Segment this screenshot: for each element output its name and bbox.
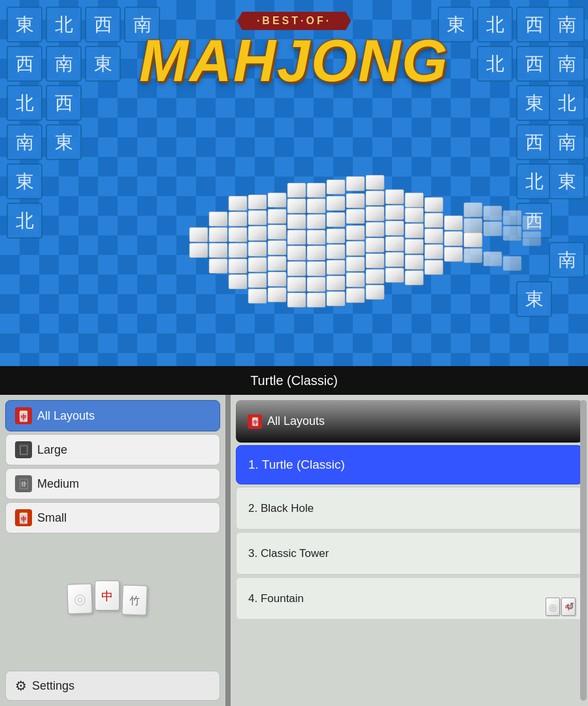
svg-rect-74	[307, 277, 325, 292]
svg-rect-57	[444, 247, 463, 261]
svg-rect-12	[366, 191, 384, 205]
header-icon: 🀄	[248, 414, 262, 429]
settings-label: Settings	[32, 679, 74, 693]
svg-rect-32	[248, 226, 267, 241]
svg-rect-67	[385, 252, 404, 267]
svg-rect-90	[523, 216, 541, 230]
layouts-list: 🀄 All Layouts 1. Turtle (Classic) 2. Bla…	[231, 395, 588, 706]
svg-rect-24	[366, 207, 384, 221]
bg-tile: 南	[549, 46, 585, 82]
bg-tile: 西	[85, 7, 121, 42]
svg-rect-28	[444, 216, 463, 230]
sidebar-item-all-layouts[interactable]: 🀄 All Layouts	[5, 400, 220, 431]
svg-rect-6	[248, 195, 267, 209]
medium-label: Medium	[37, 477, 79, 491]
svg-rect-22	[327, 212, 345, 227]
svg-rect-65	[346, 257, 365, 271]
svg-rect-9	[307, 199, 325, 213]
bg-tile: 南	[549, 7, 585, 42]
svg-rect-43	[464, 233, 482, 247]
svg-rect-19	[268, 209, 286, 224]
settings-gear-icon: ⚙	[15, 678, 27, 694]
svg-rect-55	[405, 239, 423, 254]
layout-3-label: 3. Classic Tower	[248, 547, 329, 560]
svg-rect-54	[385, 237, 404, 251]
svg-rect-33	[268, 225, 286, 239]
svg-rect-63	[307, 261, 325, 276]
sidebar-item-small[interactable]: 🀄 Small	[5, 502, 220, 533]
svg-rect-59	[229, 259, 247, 273]
game-preview-section: 東 北 西 南 東 北 西 南 西 南 東 北 西 南 北 西 東 北 南 東 …	[0, 0, 588, 366]
svg-rect-25	[385, 205, 404, 220]
svg-rect-21	[307, 214, 325, 229]
svg-rect-71	[248, 273, 267, 288]
svg-rect-31	[229, 227, 247, 242]
refresh-icon[interactable]: ↺	[566, 600, 574, 613]
svg-rect-60	[248, 258, 267, 272]
bg-tile: 西	[516, 7, 552, 42]
bg-tile: 東	[516, 85, 552, 121]
mahjong-title: MAHJONG	[139, 31, 449, 90]
all-layouts-icon: 🀄	[15, 407, 32, 424]
best-of-ribbon: ·BEST·OF·	[237, 12, 351, 30]
svg-rect-2	[327, 180, 345, 194]
layout-item-2[interactable]: 2. Black Hole	[236, 487, 583, 530]
svg-rect-64	[327, 260, 345, 275]
svg-rect-52	[346, 241, 365, 256]
bg-tile: 北	[7, 85, 42, 121]
scroll-indicator[interactable]	[580, 400, 587, 701]
svg-rect-35	[307, 230, 325, 244]
bg-tile: 東	[7, 163, 42, 199]
svg-rect-89	[503, 210, 521, 225]
svg-rect-27	[425, 213, 443, 227]
svg-rect-81	[268, 288, 286, 302]
svg-rect-39	[385, 221, 404, 235]
svg-rect-85	[346, 288, 365, 303]
svg-rect-13	[385, 190, 404, 204]
small-label: Small	[37, 511, 67, 525]
svg-rect-29	[189, 227, 208, 242]
svg-rect-58	[209, 259, 227, 273]
svg-rect-86	[366, 285, 384, 299]
bg-tile: 東	[549, 163, 585, 199]
svg-rect-56	[425, 244, 443, 259]
svg-rect-80	[248, 289, 267, 303]
svg-rect-47	[248, 242, 267, 256]
svg-rect-44	[189, 243, 208, 258]
svg-rect-75	[327, 276, 345, 290]
bg-tile: 東	[85, 46, 121, 82]
svg-rect-34	[287, 230, 306, 244]
svg-rect-17	[229, 212, 247, 226]
svg-rect-1	[307, 183, 325, 197]
bg-tile: 南	[549, 242, 585, 278]
layout-title-text: Turtle (Classic)	[250, 373, 338, 388]
current-layout-title: Turtle (Classic)	[0, 366, 588, 395]
svg-rect-83	[307, 293, 325, 307]
bg-tile: 西	[7, 46, 42, 82]
right-panel-header[interactable]: 🀄 All Layouts	[236, 400, 583, 443]
layout-item-3[interactable]: 3. Classic Tower	[236, 532, 583, 575]
settings-button[interactable]: ⚙ Settings	[5, 671, 220, 701]
svg-rect-38	[366, 222, 384, 237]
sidebar-item-large[interactable]: 🀆 Large	[5, 434, 220, 465]
svg-rect-82	[287, 293, 306, 307]
svg-rect-95	[464, 248, 482, 263]
layout-item-4[interactable]: 4. Fountain ↺	[236, 577, 583, 620]
svg-rect-78	[385, 268, 404, 282]
layout-item-1[interactable]: 1. Turtle (Classic)	[236, 445, 583, 484]
svg-rect-42	[444, 231, 463, 246]
small-icon: 🀄	[15, 509, 32, 526]
svg-rect-49	[287, 246, 306, 260]
all-layouts-label: All Layouts	[37, 409, 95, 423]
svg-rect-3	[346, 176, 365, 191]
svg-rect-16	[209, 212, 227, 226]
svg-rect-76	[346, 273, 365, 287]
sidebar-item-medium[interactable]: 🀅 Medium	[5, 468, 220, 499]
svg-rect-23	[346, 209, 365, 224]
turtle-svg	[46, 150, 542, 360]
svg-rect-18	[248, 210, 267, 225]
mini-tile	[546, 597, 560, 616]
preview-tile: ◎	[67, 583, 93, 614]
svg-rect-20	[287, 214, 306, 229]
right-panel-header-label: All Layouts	[267, 414, 325, 428]
